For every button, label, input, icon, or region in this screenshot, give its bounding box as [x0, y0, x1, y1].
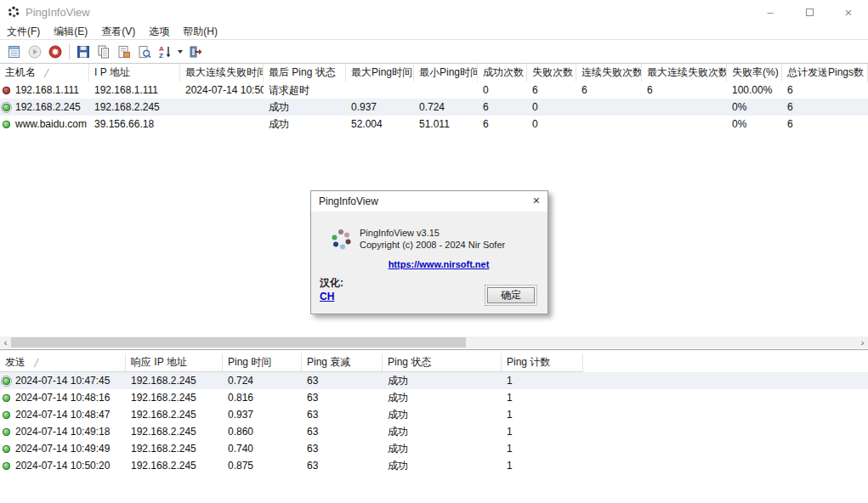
- titlebar: PingInfoView – ×: [0, 0, 868, 24]
- column-header-min-ping-time[interactable]: 最小Ping时间: [414, 64, 478, 82]
- version-line: PingInfoView v3.15: [360, 227, 505, 239]
- about-dialog: PingInfoView × PingInfoView v3.15 Copyri…: [310, 190, 548, 314]
- menubar: 文件(F) 编辑(E) 查看(V) 选项 帮助(H): [0, 24, 868, 40]
- ping-log-row[interactable]: 2024-07-14 10:49:49 192.168.2.245 0.740 …: [0, 440, 868, 457]
- pinginfoview-window: PingInfoView – × 文件(F) 编辑(E) 查看(V) 选项 帮助…: [0, 0, 868, 503]
- scroll-left-arrow[interactable]: ‹: [0, 336, 11, 348]
- column-header-max-consecutive-fails[interactable]: 最大连续失败次数: [642, 64, 727, 82]
- ping-log-row[interactable]: 2024-07-14 10:48:16 192.168.2.245 0.816 …: [0, 389, 868, 406]
- column-header-sent-time[interactable]: 发送╱: [0, 353, 126, 371]
- about-text: PingInfoView v3.15 Copyright (c) 2008 - …: [360, 227, 505, 251]
- save-icon: [76, 44, 91, 59]
- menu-file[interactable]: 文件(F): [0, 24, 47, 39]
- host-row-www-baidu-com[interactable]: www.baidu.com 39.156.66.18 成功 52.004 51.…: [0, 116, 868, 133]
- dialog-body: PingInfoView v3.15 Copyright (c) 2008 - …: [311, 212, 547, 314]
- column-header-hostname[interactable]: 主机名╱: [0, 64, 89, 82]
- close-button[interactable]: ×: [829, 0, 868, 24]
- window-title: PingInfoView: [26, 6, 90, 19]
- toolbar-separator: [69, 44, 70, 59]
- column-header-ping-time[interactable]: Ping 时间: [223, 353, 302, 371]
- column-header-ip[interactable]: I P 地址: [89, 64, 180, 82]
- horizontal-scrollbar: ‹ ›: [0, 336, 868, 348]
- stop-ping-button[interactable]: [45, 42, 65, 62]
- status-ok-icon: [3, 445, 10, 453]
- dialog-titlebar: PingInfoView ×: [311, 191, 547, 212]
- properties-icon: [116, 44, 132, 59]
- save-button[interactable]: [73, 42, 94, 62]
- find-icon: [137, 44, 152, 59]
- ping-log-row[interactable]: 2024-07-14 10:49:18 192.168.2.245 0.860 …: [0, 423, 868, 440]
- status-ok-icon: [3, 428, 10, 436]
- ok-button[interactable]: 确定: [487, 287, 535, 303]
- localization-link[interactable]: CH: [320, 291, 334, 302]
- ping-log-row[interactable]: 2024-07-14 10:48:47 192.168.2.245 0.937 …: [0, 406, 868, 423]
- column-header-success-count[interactable]: 成功次数: [478, 64, 527, 82]
- hosts-list-button[interactable]: [4, 42, 25, 62]
- ok-button-focus-ring: 确定: [485, 285, 537, 306]
- sort-dropdown-caret[interactable]: [178, 50, 183, 54]
- sort-ascending-icon: ╱: [34, 359, 38, 367]
- app-icon: [8, 6, 20, 18]
- copyright-line: Copyright (c) 2008 - 2024 Nir Sofer: [360, 239, 505, 251]
- play-icon: [27, 44, 43, 59]
- toolbar: A Z: [0, 41, 868, 64]
- maximize-icon: [806, 8, 814, 16]
- scrollbar-thumb[interactable]: [11, 337, 466, 348]
- menu-options[interactable]: 选项: [142, 24, 176, 39]
- sort-button[interactable]: A Z: [155, 42, 175, 62]
- column-header-total-pings[interactable]: 总计发送Pings数: [782, 64, 868, 82]
- minimize-button[interactable]: –: [751, 0, 790, 24]
- copy-button[interactable]: [94, 42, 114, 62]
- find-button[interactable]: [134, 42, 155, 62]
- ping-log-row[interactable]: 2024-07-14 10:50:20 192.168.2.245 0.875 …: [0, 457, 868, 474]
- status-failed-icon: [3, 87, 10, 94]
- exit-icon: [188, 44, 203, 59]
- column-header-consecutive-fails[interactable]: 连续失败次数: [576, 64, 642, 82]
- localization-label: 汉化:: [320, 276, 343, 291]
- hosts-list-icon: [7, 44, 22, 59]
- pinginfoview-logo-icon: [330, 229, 354, 252]
- pane-splitter[interactable]: [0, 349, 868, 350]
- exit-button[interactable]: [185, 42, 206, 62]
- sort-ascending-icon: ╱: [44, 69, 48, 77]
- column-header-ping-status[interactable]: Ping 状态: [383, 353, 502, 371]
- column-header-last-ping-status[interactable]: 最后 Ping 状态: [264, 64, 346, 82]
- main-table-header: 主机名╱ I P 地址 最大连续失败时间 最后 Ping 状态 最大Ping时间…: [0, 64, 868, 82]
- status-ok-icon: [3, 121, 10, 128]
- column-header-ping-count[interactable]: Ping 计数: [502, 353, 583, 371]
- dialog-close-button[interactable]: ×: [533, 194, 540, 207]
- nirsoft-website-link[interactable]: https://www.nirsoft.net: [389, 259, 490, 269]
- dialog-title: PingInfoView: [319, 195, 378, 207]
- status-ok-icon: [3, 377, 10, 385]
- ping-log-header: 发送╱ 响应 IP 地址 Ping 时间 Ping 衰减 Ping 状态 Pin…: [0, 353, 583, 372]
- column-header-fail-count[interactable]: 失败次数: [527, 64, 576, 82]
- host-row-192-168-2-245[interactable]: 192.168.2.245 192.168.2.245 成功 0.937 0.7…: [0, 99, 868, 116]
- column-header-max-fail-time[interactable]: 最大连续失败时间: [180, 64, 264, 82]
- menu-help[interactable]: 帮助(H): [176, 24, 224, 39]
- host-row-192-168-1-111[interactable]: 192.168.1.111 192.168.1.111 2024-07-14 1…: [0, 82, 868, 99]
- scroll-right-arrow[interactable]: ›: [857, 336, 868, 348]
- svg-text:Z: Z: [159, 52, 163, 59]
- menu-view[interactable]: 查看(V): [94, 24, 142, 39]
- status-ok-icon: [3, 462, 10, 470]
- sort-az-icon: A Z: [157, 44, 173, 59]
- status-ok-icon: [3, 411, 10, 419]
- stop-icon: [48, 44, 63, 59]
- status-ok-icon: [3, 394, 10, 402]
- column-header-reply-ip[interactable]: 响应 IP 地址: [126, 353, 223, 371]
- column-header-ping-ttl[interactable]: Ping 衰减: [302, 353, 383, 371]
- status-ok-icon: [3, 104, 10, 111]
- menu-edit[interactable]: 编辑(E): [47, 24, 94, 39]
- copy-icon: [96, 44, 111, 59]
- column-header-fail-rate[interactable]: 失败率(%): [727, 64, 782, 82]
- properties-button[interactable]: [114, 42, 134, 62]
- maximize-button[interactable]: [790, 0, 829, 24]
- ping-log-row[interactable]: 2024-07-14 10:47:45 192.168.2.245 0.724 …: [0, 372, 868, 389]
- column-header-max-ping-time[interactable]: 最大Ping时间: [346, 64, 414, 82]
- start-ping-button[interactable]: [25, 42, 45, 62]
